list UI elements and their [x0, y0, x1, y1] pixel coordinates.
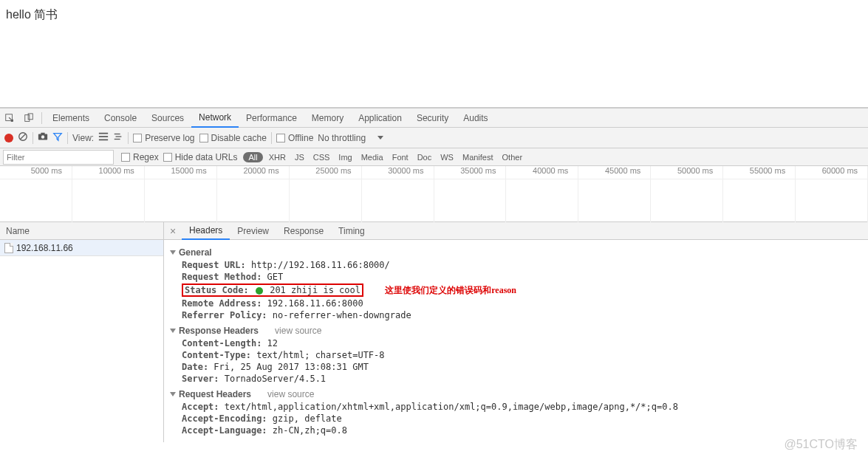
- tab-response[interactable]: Response: [276, 222, 331, 240]
- detail-tabs: × Headers Preview Response Timing: [164, 222, 868, 240]
- filter-type[interactable]: Other: [498, 153, 527, 162]
- filter-type[interactable]: CSS: [309, 153, 335, 162]
- filter-input[interactable]: [3, 150, 114, 165]
- separator: [128, 132, 129, 144]
- kv-remote-address: Remote Address: 192.168.11.66:8000: [168, 298, 864, 309]
- general-section-header[interactable]: General: [168, 243, 864, 259]
- filter-type[interactable]: WS: [436, 153, 458, 162]
- kv-server: Server: TornadoServer/4.5.1: [168, 373, 864, 385]
- close-detail-button[interactable]: ×: [164, 225, 182, 237]
- tab-memory[interactable]: Memory: [304, 109, 351, 128]
- tab-application[interactable]: Application: [351, 109, 409, 128]
- kv-accept: Accept: text/html,application/xhtml+xml,…: [168, 401, 864, 413]
- capture-screenshot-icon[interactable]: [38, 131, 48, 144]
- network-toolbar: View: Preserve log Disable cache Offline…: [0, 128, 868, 148]
- devtools-main-tabs: Elements Console Sources Network Perform…: [0, 109, 868, 128]
- devtools-panel: Elements Console Sources Network Perform…: [0, 108, 868, 442]
- regex-checkbox[interactable]: Regex: [121, 152, 159, 162]
- inspect-icon[interactable]: [0, 109, 19, 128]
- kv-accept-encoding: Accept-Encoding: gzip, deflate: [168, 413, 864, 425]
- page-text: hello 简书: [6, 8, 58, 21]
- view-waterfall-icon[interactable]: [113, 131, 123, 144]
- kv-request-url: Request URL: http://192.168.11.66:8000/: [168, 259, 864, 271]
- timeline-tick: 5000 ms: [0, 166, 72, 179]
- filter-type[interactable]: Img: [334, 153, 356, 162]
- filter-type-all[interactable]: All: [243, 152, 262, 162]
- device-toggle-icon[interactable]: [19, 109, 38, 128]
- tab-performance[interactable]: Performance: [239, 109, 304, 128]
- kv-request-method: Request Method: GET: [168, 271, 864, 283]
- timeline-tick: 60000 ms: [796, 166, 868, 179]
- kv-status-code: Status Code: 201 zhiji is cool 这里使我们定义的错…: [168, 283, 864, 298]
- svg-point-7: [41, 135, 44, 138]
- svg-rect-6: [41, 133, 44, 135]
- tab-timing[interactable]: Timing: [331, 222, 372, 240]
- timeline-tick: 15000 ms: [145, 166, 217, 179]
- view-source-link[interactable]: view source: [267, 389, 314, 399]
- tab-sources[interactable]: Sources: [144, 109, 191, 128]
- page-body: hello 简书: [0, 0, 868, 108]
- kv-content-length: Content-Length: 12: [168, 337, 864, 349]
- hide-data-urls-checkbox[interactable]: Hide data URLs: [163, 152, 238, 162]
- clear-button[interactable]: [18, 131, 28, 144]
- response-headers-section-header[interactable]: Response Headers view source: [168, 321, 864, 337]
- watermark: @51CTO博客: [784, 437, 858, 442]
- tab-audits[interactable]: Audits: [456, 109, 495, 128]
- tab-network[interactable]: Network: [191, 109, 239, 128]
- status-highlight: Status Code: 201 zhiji is cool: [182, 284, 363, 297]
- svg-rect-8: [99, 133, 108, 134]
- document-icon: [4, 243, 13, 253]
- separator: [67, 132, 68, 144]
- separator: [33, 132, 33, 144]
- tab-elements[interactable]: Elements: [45, 109, 97, 128]
- preserve-log-checkbox[interactable]: Preserve log: [133, 133, 194, 143]
- kv-referrer-policy: Referrer Policy: no-referrer-when-downgr…: [168, 309, 864, 321]
- timeline-tick: 20000 ms: [217, 166, 290, 179]
- timeline-tick: 30000 ms: [362, 166, 434, 179]
- svg-rect-2: [28, 113, 33, 119]
- timeline-tick: 40000 ms: [506, 166, 578, 179]
- annotation-text: 这里使我们定义的错误码和reason: [385, 285, 516, 295]
- headers-body: General Request URL: http://192.168.11.6…: [164, 240, 868, 442]
- timeline-tick: 10000 ms: [72, 166, 145, 179]
- svg-rect-1: [25, 114, 30, 121]
- triangle-down-icon: [170, 329, 176, 333]
- filter-type[interactable]: XHR: [264, 153, 290, 162]
- filter-type[interactable]: Font: [388, 153, 413, 162]
- timeline-tick: 35000 ms: [434, 166, 507, 179]
- record-button[interactable]: [4, 134, 13, 142]
- filter-toggle-icon[interactable]: [52, 131, 63, 144]
- view-label: View:: [72, 133, 94, 143]
- filter-type[interactable]: Media: [357, 153, 388, 162]
- name-column-header[interactable]: Name: [0, 222, 163, 240]
- tab-preview[interactable]: Preview: [230, 222, 276, 240]
- request-list: Name 192.168.11.66: [0, 222, 164, 442]
- kv-content-type: Content-Type: text/html; charset=UTF-8: [168, 349, 864, 361]
- offline-checkbox[interactable]: Offline: [276, 133, 313, 143]
- kv-accept-language: Accept-Language: zh-CN,zh;q=0.8: [168, 425, 864, 436]
- network-lower: Name 192.168.11.66 × Headers Preview Res…: [0, 222, 868, 442]
- tab-security[interactable]: Security: [409, 109, 456, 128]
- request-name: 192.168.11.66: [16, 243, 73, 253]
- tab-headers[interactable]: Headers: [182, 222, 230, 240]
- timeline-tick: 25000 ms: [290, 166, 362, 179]
- separator: [271, 132, 272, 144]
- filter-type[interactable]: Manifest: [458, 153, 498, 162]
- filter-bar: Regex Hide data URLs All XHR JS CSS Img …: [0, 148, 868, 166]
- timeline-tick: 55000 ms: [723, 166, 796, 179]
- timeline-tick: 45000 ms: [578, 166, 651, 179]
- triangle-down-icon: [170, 250, 176, 255]
- view-list-icon[interactable]: [98, 131, 109, 144]
- separator: [41, 112, 42, 124]
- tab-console[interactable]: Console: [97, 109, 144, 128]
- chevron-down-icon[interactable]: [377, 136, 383, 140]
- triangle-down-icon: [170, 392, 176, 396]
- filter-type[interactable]: Doc: [413, 153, 437, 162]
- request-row[interactable]: 192.168.11.66: [0, 240, 163, 256]
- throttling-select[interactable]: No throttling: [318, 133, 366, 143]
- request-headers-section-header[interactable]: Request Headers view source: [168, 385, 864, 401]
- timeline-overview[interactable]: 5000 ms 10000 ms 15000 ms 20000 ms 25000…: [0, 166, 868, 222]
- filter-type[interactable]: JS: [290, 153, 309, 162]
- view-source-link[interactable]: view source: [275, 326, 321, 336]
- disable-cache-checkbox[interactable]: Disable cache: [199, 133, 267, 143]
